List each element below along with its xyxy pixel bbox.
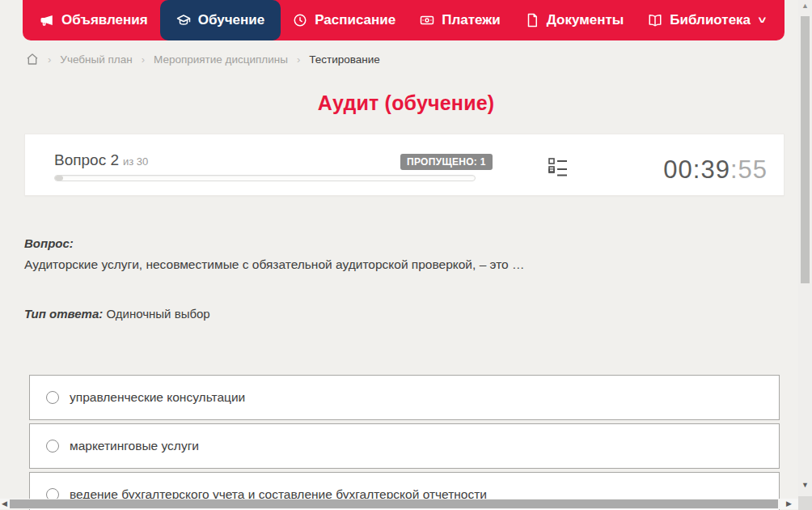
answer-option-1[interactable]: управленческие консультации [29,375,780,420]
skipped-badge: ПРОПУЩЕНО: 1 [400,154,493,170]
answer-option-label: управленческие консультации [70,390,245,405]
breadcrumb-discipline-event[interactable]: Мероприятие дисциплины [154,53,288,66]
breadcrumb-separator: › [142,53,145,66]
question-header-card: Вопрос 2из 30 ПРОПУЩЕНО: 1 00:39:55 [24,134,785,196]
nav-item-label: Документы [547,12,624,28]
scrollbar-corner [798,496,812,510]
home-icon[interactable] [26,53,39,66]
horizontal-scrollbar[interactable]: ◀ ▶ [0,499,798,509]
nav-item-announcements[interactable]: Объявления [27,0,160,40]
question-label: Вопрос: [24,236,74,250]
vertical-scrollbar[interactable]: ▲ ▼ [798,0,812,510]
question-number: Вопрос 2из 30 [54,151,148,169]
question-progress-fill [55,176,63,181]
scroll-right-arrow-icon[interactable]: ▶ [786,499,792,509]
nav-item-library[interactable]: Библиотека ˅ [636,0,777,40]
question-total-label: из 30 [123,155,148,168]
chevron-down-icon: ˅ [759,15,767,26]
book-icon [648,13,662,28]
nav-item-label: Обучение [198,12,264,28]
nav-item-payments[interactable]: Платежи [408,0,513,40]
scroll-up-arrow-icon[interactable]: ▲ [798,0,812,11]
graduation-cap-icon [176,13,191,28]
timer-seconds: :55 [730,155,768,184]
breadcrumb-testing: Тестирование [309,53,380,66]
questions-list-icon[interactable] [547,155,569,178]
scroll-down-arrow-icon[interactable]: ▼ [798,479,812,491]
banknote-icon [420,13,434,28]
question-number-label: Вопрос 2 [54,151,119,168]
nav-item-label: Платежи [442,12,501,28]
countdown-timer: 00:39:55 [663,155,768,185]
document-icon [525,13,539,28]
vertical-scrollbar-thumb[interactable] [801,16,810,283]
nav-item-learning[interactable]: Обучение [160,0,281,40]
nav-item-label: Расписание [315,12,395,28]
radio-button-icon[interactable] [46,440,59,453]
main-navigation: Объявления Обучение Расписание Платежи Д… [23,0,785,40]
radio-button-icon[interactable] [46,391,59,404]
breadcrumb-study-plan[interactable]: Учебный план [60,53,132,66]
breadcrumb-separator: › [48,53,51,66]
answer-type-row: Тип ответа: Одиночный выбор [24,307,210,321]
nav-item-documents[interactable]: Документы [513,0,636,40]
timer-minutes: 00:39 [663,155,730,184]
breadcrumb: › Учебный план › Мероприятие дисциплины … [26,51,380,67]
page-title: Аудит (обучение) [0,91,812,115]
answer-type-label: Тип ответа: [24,307,103,321]
scroll-left-arrow-icon[interactable]: ◀ [2,499,7,509]
megaphone-icon [40,13,54,28]
nav-item-label: Библиотека [670,12,751,28]
answer-option-label: маркетинговые услуги [70,439,199,453]
nav-item-schedule[interactable]: Расписание [281,0,408,40]
answer-type-value: Одиночный выбор [106,307,209,321]
question-progress-bar [54,175,476,181]
horizontal-scrollbar-thumb[interactable] [10,499,778,508]
nav-item-label: Объявления [61,12,148,28]
answer-option-2[interactable]: маркетинговые услуги [29,423,780,469]
question-text: Аудиторские услуги, несовместимые с обяз… [24,257,639,272]
clock-icon [293,13,307,28]
breadcrumb-separator: › [297,53,300,66]
